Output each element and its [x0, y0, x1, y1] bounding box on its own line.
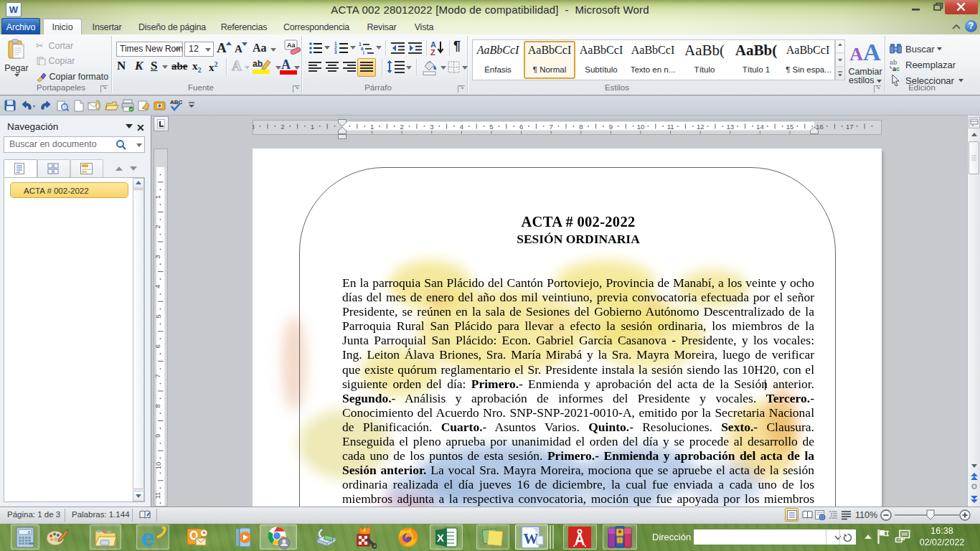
- svg-text:8: 8: [154, 404, 162, 408]
- svg-text:7: 7: [550, 123, 553, 131]
- svg-text:11: 11: [667, 123, 674, 131]
- svg-text:A: A: [281, 57, 291, 72]
- svg-text:8: 8: [579, 123, 583, 131]
- svg-text:4: 4: [154, 285, 162, 288]
- svg-text:c: c: [896, 65, 900, 71]
- svg-text:3: 3: [253, 123, 255, 131]
- svg-text:W: W: [524, 530, 539, 547]
- svg-text:3: 3: [334, 50, 337, 55]
- svg-text:13: 13: [727, 123, 735, 131]
- svg-text:10: 10: [637, 123, 645, 131]
- svg-text:5: 5: [154, 314, 162, 318]
- svg-text:14: 14: [756, 123, 764, 131]
- svg-text:9: 9: [154, 434, 162, 438]
- svg-text:2: 2: [281, 123, 284, 131]
- svg-text:e: e: [141, 525, 155, 550]
- svg-text:4: 4: [460, 123, 463, 131]
- svg-text:Aa: Aa: [287, 42, 296, 49]
- svg-text:i: i: [363, 50, 364, 55]
- svg-text:9: 9: [609, 123, 613, 131]
- svg-text:10: 10: [154, 462, 162, 470]
- svg-text:17: 17: [846, 123, 854, 131]
- svg-text:6: 6: [519, 123, 523, 131]
- svg-text:Z: Z: [430, 48, 435, 56]
- svg-text:15: 15: [786, 123, 794, 131]
- svg-text:2: 2: [400, 123, 404, 131]
- svg-text:7: 7: [154, 375, 162, 378]
- svg-text:1: 1: [370, 123, 374, 131]
- svg-text:12: 12: [697, 123, 705, 131]
- svg-text:X: X: [437, 532, 444, 544]
- svg-text:11: 11: [154, 492, 162, 499]
- svg-text:3: 3: [154, 255, 162, 258]
- svg-text:6: 6: [154, 344, 162, 348]
- svg-text:ab: ab: [253, 59, 263, 69]
- svg-text:1: 1: [311, 123, 314, 131]
- svg-text:5: 5: [489, 123, 493, 131]
- svg-text:ABC: ABC: [170, 99, 183, 105]
- svg-text:3: 3: [430, 123, 433, 131]
- svg-text:1: 1: [154, 195, 162, 199]
- svg-text:2: 2: [154, 225, 162, 229]
